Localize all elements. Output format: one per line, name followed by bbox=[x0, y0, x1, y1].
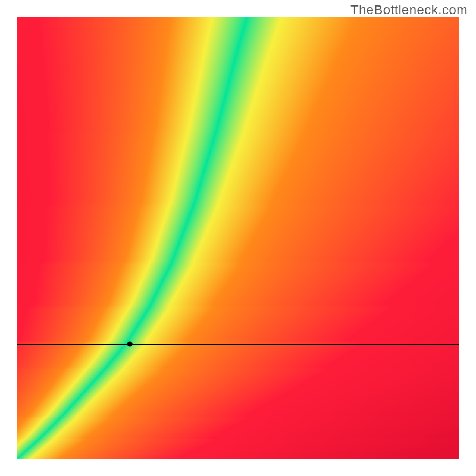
heatmap-plot bbox=[17, 17, 459, 459]
heatmap-canvas bbox=[17, 17, 459, 459]
attribution-text: TheBottleneck.com bbox=[350, 2, 468, 18]
chart-container: TheBottleneck.com bbox=[0, 0, 476, 476]
